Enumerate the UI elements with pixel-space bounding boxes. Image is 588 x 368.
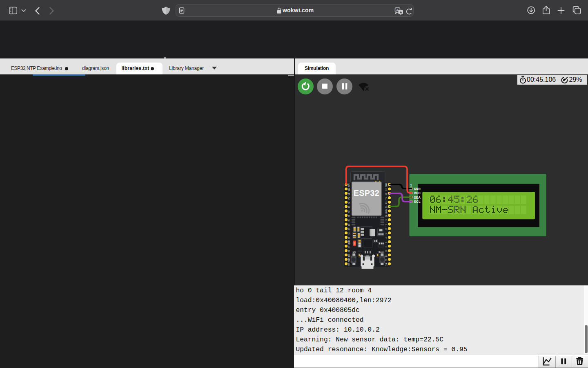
svg-text:CLK: CLK <box>385 262 388 266</box>
svg-text:D0: D0 <box>385 259 388 261</box>
svg-text:ESP32: ESP32 <box>354 188 379 197</box>
svg-text:16: 16 <box>385 232 388 235</box>
svg-text:SCL: SCL <box>414 200 421 204</box>
svg-text:23: 23 <box>385 188 388 191</box>
svg-text:D1: D1 <box>385 254 388 257</box>
svg-text:34: 34 <box>348 202 350 204</box>
svg-text:27: 27 <box>348 228 350 231</box>
svg-text:4: 4 <box>385 237 388 238</box>
svg-text:EN: EN <box>348 188 350 191</box>
svg-text:D2: D2 <box>348 250 350 252</box>
svg-text:32: 32 <box>348 210 350 213</box>
svg-text:17: 17 <box>385 228 388 231</box>
svg-text:13: 13 <box>348 246 350 248</box>
svg-text:35: 35 <box>348 206 350 209</box>
svg-text:18: 18 <box>385 219 388 222</box>
svg-text:EN: EN <box>353 251 356 253</box>
svg-text:1: 1 <box>410 184 412 188</box>
svg-text:0: 0 <box>385 242 388 243</box>
svg-text:19: 19 <box>385 215 388 217</box>
svg-text:GND: GND <box>385 183 388 187</box>
svg-text:2: 2 <box>385 246 388 247</box>
svg-text:GND: GND <box>348 240 350 245</box>
svg-text:14: 14 <box>348 232 350 235</box>
svg-text:VCC: VCC <box>414 191 421 195</box>
svg-text:12: 12 <box>348 237 350 239</box>
svg-text:Boot: Boot <box>379 251 384 253</box>
svg-text:5: 5 <box>385 224 388 225</box>
svg-text:26: 26 <box>348 224 350 226</box>
svg-text:GND: GND <box>385 209 388 214</box>
svg-text:33: 33 <box>348 215 350 217</box>
svg-text:25: 25 <box>348 219 350 222</box>
svg-text:VN: VN <box>348 197 350 200</box>
svg-text:VP: VP <box>348 193 350 195</box>
svg-text:GND: GND <box>414 187 421 191</box>
svg-text:22: 22 <box>385 193 388 195</box>
svg-text:CMD: CMD <box>348 258 350 262</box>
svg-text:21: 21 <box>385 206 388 209</box>
svg-text:SDA: SDA <box>414 196 421 200</box>
svg-text:5V: 5V <box>348 263 350 266</box>
svg-text:3V3: 3V3 <box>348 183 350 187</box>
svg-text:15: 15 <box>385 250 388 252</box>
svg-text:TX: TX <box>385 197 388 200</box>
svg-text:D3: D3 <box>348 254 350 257</box>
svg-text:RX: RX <box>385 202 388 204</box>
